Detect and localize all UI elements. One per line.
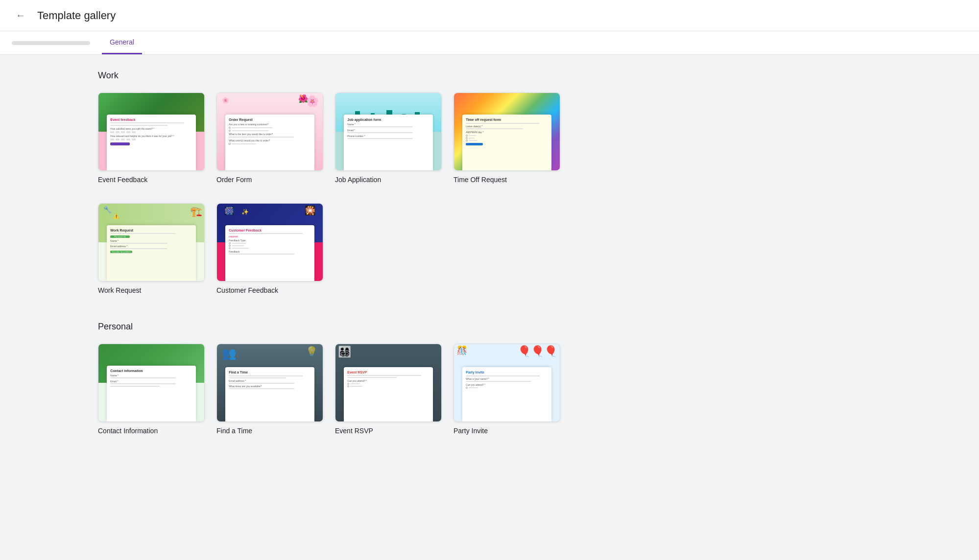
personal-section-title: Personal bbox=[98, 322, 881, 332]
order-form-label: Order Form bbox=[216, 176, 323, 184]
personal-templates: Contact information Name * Email * Conta… bbox=[98, 344, 881, 435]
template-work-request[interactable]: 🏗️ 🔧 ⚠️ Work Request Personal Info Name … bbox=[98, 203, 205, 294]
time-off-thumb: Time off request form Leave date(s) * AM… bbox=[454, 93, 560, 171]
work-request-label: Work Request bbox=[98, 286, 205, 294]
find-time-thumb: 👥 💡 Find a Time Email address * What tim… bbox=[216, 344, 323, 422]
job-application-label: Job Application bbox=[335, 176, 442, 184]
template-party-invite[interactable]: 🎈🎈🎈 🎊 Party Invite What is your name? * … bbox=[454, 344, 560, 435]
template-customer-feedback[interactable]: 🎆 🎇 ✨ Customer Feedback required Feedbac… bbox=[216, 203, 323, 294]
template-time-off[interactable]: Time off request form Leave date(s) * AM… bbox=[454, 93, 560, 184]
template-event-feedback[interactable]: Event feedback How satisfied were you wi… bbox=[98, 93, 205, 184]
template-job-application[interactable]: Job application form Name * Email * Phon… bbox=[335, 93, 442, 184]
event-rsvp-thumb: 👨‍👩‍👧‍👦 Event RSVP Can you attend? * bbox=[335, 344, 442, 422]
contact-info-thumb: Contact information Name * Email * bbox=[98, 344, 205, 422]
template-order-form[interactable]: 🌸 🌺 🌸 Order Request Are you a new or exi… bbox=[216, 93, 323, 184]
tabs-bar: General bbox=[0, 31, 979, 55]
customer-feedback-thumb: 🎆 🎇 ✨ Customer Feedback required Feedbac… bbox=[216, 203, 323, 281]
event-feedback-thumb: Event feedback How satisfied were you wi… bbox=[98, 93, 205, 171]
page-header: ← Template gallery bbox=[0, 0, 979, 31]
event-rsvp-label: Event RSVP bbox=[335, 427, 442, 435]
template-event-rsvp[interactable]: 👨‍👩‍👧‍👦 Event RSVP Can you attend? * bbox=[335, 344, 442, 435]
job-application-thumb: Job application form Name * Email * Phon… bbox=[335, 93, 442, 171]
find-time-label: Find a Time bbox=[216, 427, 323, 435]
time-off-label: Time Off Request bbox=[454, 176, 560, 184]
work-request-thumb: 🏗️ 🔧 ⚠️ Work Request Personal Info Name … bbox=[98, 203, 205, 281]
party-invite-thumb: 🎈🎈🎈 🎊 Party Invite What is your name? * … bbox=[454, 344, 560, 422]
work-templates-row1: Event feedback How satisfied were you wi… bbox=[98, 93, 881, 184]
back-button[interactable]: ← bbox=[12, 6, 29, 25]
event-feedback-label: Event Feedback bbox=[98, 176, 205, 184]
template-find-time[interactable]: 👥 💡 Find a Time Email address * What tim… bbox=[216, 344, 323, 435]
template-contact-info[interactable]: Contact information Name * Email * Conta… bbox=[98, 344, 205, 435]
tab-general[interactable]: General bbox=[102, 31, 142, 54]
customer-feedback-label: Customer Feedback bbox=[216, 286, 323, 294]
back-arrow-icon: ← bbox=[16, 10, 25, 21]
order-form-thumb: 🌸 🌺 🌸 Order Request Are you a new or exi… bbox=[216, 93, 323, 171]
work-templates-row2: 🏗️ 🔧 ⚠️ Work Request Personal Info Name … bbox=[98, 203, 881, 294]
work-section-title: Work bbox=[98, 70, 881, 81]
party-invite-label: Party Invite bbox=[454, 427, 560, 435]
page-title: Template gallery bbox=[37, 9, 116, 22]
main-content: Work Event feedback How satisfied were y… bbox=[0, 55, 979, 470]
blurred-tab bbox=[12, 41, 90, 45]
contact-info-label: Contact Information bbox=[98, 427, 205, 435]
